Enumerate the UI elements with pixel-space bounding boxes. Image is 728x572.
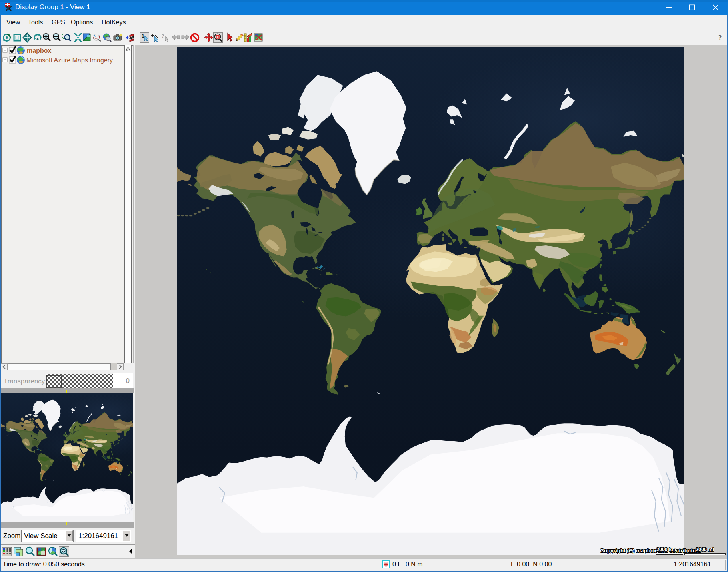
svg-text:?: ? — [162, 33, 164, 39]
svg-text:?: ? — [718, 34, 722, 41]
svg-text:1: 1 — [142, 33, 144, 39]
